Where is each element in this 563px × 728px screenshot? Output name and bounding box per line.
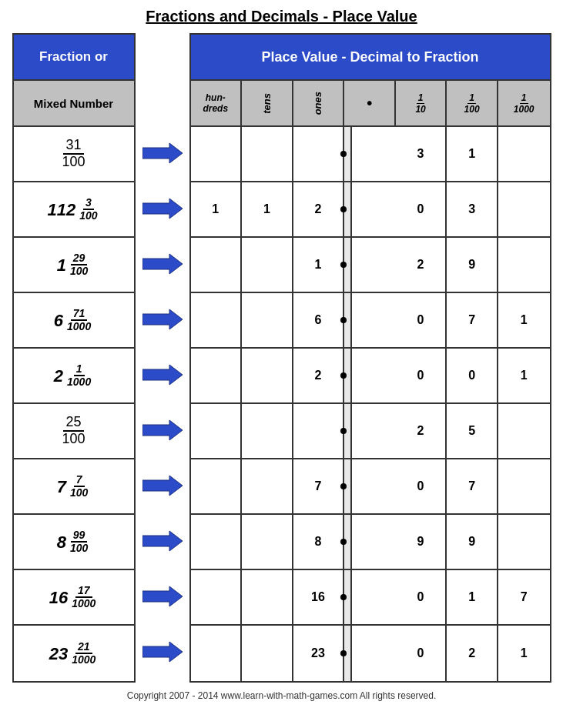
fraction-cell: 211000 (14, 349, 134, 404)
page-title: Fractions and Decimals - Place Value (146, 8, 417, 25)
grid-cell (242, 404, 293, 458)
grid-cell: 9 (447, 238, 498, 292)
grid-cell: 16 (293, 570, 345, 624)
grid-cell (242, 570, 293, 624)
svg-marker-6 (142, 476, 183, 496)
grid-cell (242, 459, 293, 513)
grid-row: 23021 (191, 626, 550, 681)
grid-cell (191, 626, 243, 681)
grid-cell: 3 (447, 182, 498, 236)
svg-marker-9 (142, 642, 183, 662)
arrow-cell (142, 292, 183, 347)
grid-cell: 2 (396, 238, 447, 292)
arrow-cell (142, 125, 183, 181)
arrow-cell (142, 569, 183, 624)
svg-marker-7 (142, 531, 183, 551)
arrow-cell (142, 402, 183, 458)
grid-cell: 1 (498, 626, 550, 681)
grid-cell (498, 238, 550, 292)
col-header: 11000 (498, 81, 550, 125)
grid-cell: 0 (396, 293, 447, 347)
grid-cell: 7 (447, 459, 498, 513)
col-header: 1100 (447, 81, 498, 125)
grid-cell: 3 (396, 127, 447, 181)
grid-cell: 0 (396, 626, 447, 681)
col-header: hun-dreds (191, 81, 243, 125)
grid-cell: 6 (293, 293, 345, 347)
svg-marker-1 (142, 199, 183, 219)
grid-cell: 0 (396, 182, 447, 236)
col-header: 110 (396, 81, 447, 125)
col-header: • (344, 81, 396, 125)
grid-cell: 9 (396, 515, 447, 569)
grid-cell (242, 349, 293, 402)
fraction-cell: 1123100 (14, 182, 134, 238)
grid-cell: 7 (498, 570, 550, 624)
left-subheader: Mixed Number (14, 81, 134, 127)
fraction-cell: 77100 (14, 459, 134, 515)
fraction-cell: 899100 (14, 515, 134, 570)
grid-cell: 2 (293, 182, 345, 236)
grid-cell: 0 (447, 349, 498, 402)
grid-cell (293, 404, 345, 458)
arrow-cell (142, 347, 183, 402)
right-header: Place Value - Decimal to Fraction (191, 35, 550, 81)
grid-cell: 1 (498, 293, 550, 347)
arrow-cell (142, 181, 183, 236)
grid-cell (498, 127, 550, 181)
svg-marker-0 (142, 143, 183, 163)
grid-cell: 1 (447, 570, 498, 624)
fraction-cell: 129100 (14, 238, 134, 293)
grid-cell: 9 (447, 515, 498, 569)
fraction-cell: 16171000 (14, 570, 134, 626)
grid-row: 707 (191, 459, 550, 515)
grid-cell: 7 (447, 293, 498, 347)
fraction-column: Fraction or Mixed Number 311001123100129… (12, 33, 136, 683)
arrow-cell (142, 624, 183, 680)
fraction-cell: 25100 (14, 404, 134, 459)
grid-cell: 1 (498, 349, 550, 402)
grid-cell: 0 (396, 459, 447, 513)
arrow-cell (142, 458, 183, 513)
left-header: Fraction or (14, 35, 134, 81)
grid-row: 2001 (191, 349, 550, 404)
svg-marker-4 (142, 365, 183, 385)
grid-cell: 1 (191, 182, 243, 236)
grid-cell (191, 127, 243, 181)
column-headers: hun-dredstensones•110110011000 (191, 81, 550, 127)
grid-cell: 8 (293, 515, 345, 569)
grid-cell (191, 293, 243, 347)
grid-cell (191, 570, 243, 624)
fraction-cell: 6711000 (14, 293, 134, 349)
svg-marker-8 (142, 586, 183, 606)
grid-cell (191, 238, 243, 292)
grid-cell (242, 127, 293, 181)
grid-cell (191, 459, 243, 513)
grid-row: 11203 (191, 182, 550, 238)
copyright: Copyright 2007 - 2014 www.learn-with-mat… (127, 690, 437, 701)
arrow-column (136, 33, 189, 683)
grid-row: 899 (191, 515, 550, 570)
col-header: ones (293, 81, 345, 125)
svg-marker-5 (142, 420, 183, 440)
grid-cell (191, 404, 243, 458)
grid-cell: 2 (396, 404, 447, 458)
grid-cell (498, 459, 550, 513)
arrow-cell (142, 236, 183, 292)
col-header: tens (242, 81, 293, 125)
grid-cell: 1 (447, 127, 498, 181)
grid-cell (191, 349, 243, 402)
grid-row: 31 (191, 127, 550, 182)
grid-cell: 5 (447, 404, 498, 458)
grid-cell (242, 626, 293, 681)
grid-cell (293, 127, 345, 181)
grid-cell (242, 238, 293, 292)
svg-marker-3 (142, 309, 183, 329)
grid-row: 25 (191, 404, 550, 459)
grid-cell: 2 (447, 626, 498, 681)
grid-cell (242, 515, 293, 569)
grid-cell (191, 515, 243, 569)
grid-cell (242, 293, 293, 347)
grid-cell (498, 515, 550, 569)
fraction-cell: 31100 (14, 127, 134, 182)
